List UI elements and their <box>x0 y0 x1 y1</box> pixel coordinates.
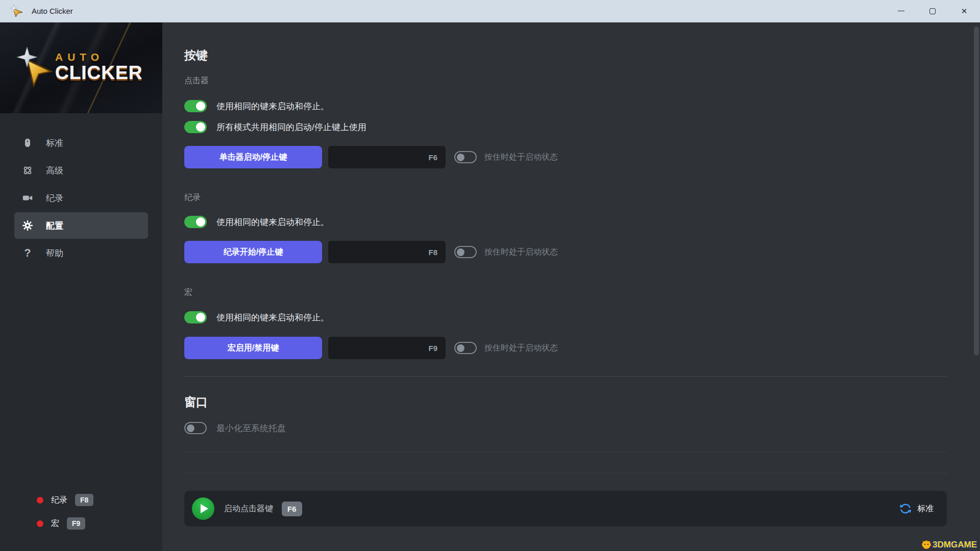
clicker-same-key-row: 使用相同的键来启动和停止。 <box>184 100 980 112</box>
mode-label: 标准 <box>917 504 934 514</box>
bottom-action-bar: 启动点击器键 F6 标准 <box>184 491 947 527</box>
hold-state-label: 按住时处于启动状态 <box>484 152 558 163</box>
clicker-shared-key-toggle[interactable] <box>184 121 207 133</box>
clicker-shared-key-row: 所有模式共用相同的启动/停止键上使用 <box>184 121 980 133</box>
macro-dot-icon <box>37 520 43 527</box>
record-same-key-row: 使用相同的键来启动和停止。 <box>184 216 980 228</box>
refresh-icon <box>899 502 912 515</box>
macro-enable-key-button[interactable]: 宏启用/禁用键 <box>184 337 322 359</box>
logo-cursor-icon <box>14 45 54 89</box>
sidebar-item-label: 配置 <box>46 220 63 232</box>
maximize-icon <box>929 8 936 14</box>
start-key-badge: F6 <box>282 502 302 516</box>
sidebar: AUTO CLICKER 标准 高级 纪录 <box>0 22 162 551</box>
macro-same-key-toggle[interactable] <box>184 311 207 323</box>
mouse-icon <box>21 137 34 149</box>
logo-banner: AUTO CLICKER <box>0 22 162 113</box>
logo-line-clicker: CLICKER <box>55 63 142 83</box>
record-hotkey-badge: F8 <box>75 494 93 506</box>
clicker-hold-toggle[interactable] <box>454 151 477 163</box>
clicker-startstop-key-button[interactable]: 单击器启动/停止键 <box>184 146 322 168</box>
close-button[interactable]: ✕ <box>948 0 980 22</box>
clicker-hotkey-row: 单击器启动/停止键 F6 按住时处于启动状态 <box>184 146 980 168</box>
record-hotkey-row: 纪录开始/停止键 F8 按住时处于启动状态 <box>184 241 980 263</box>
window-section-title: 窗口 <box>184 395 980 409</box>
video-camera-icon <box>21 192 34 204</box>
macro-same-key-row: 使用相同的键来启动和停止。 <box>184 311 980 323</box>
hold-state-label: 按住时处于启动状态 <box>484 343 558 354</box>
app-cursor-icon <box>10 5 23 18</box>
hold-state-label: 按住时处于启动状态 <box>484 247 558 258</box>
sidebar-nav: 标准 高级 纪录 <box>0 130 162 266</box>
page-title: 按键 <box>184 48 980 62</box>
sidebar-item-label: 标准 <box>46 137 63 149</box>
logo-text: AUTO CLICKER <box>55 51 142 83</box>
macro-hotkey-badge: F9 <box>67 517 85 530</box>
toggle-label: 最小化至系统托盘 <box>216 422 286 434</box>
toggle-label: 所有模式共用相同的启动/停止键上使用 <box>216 121 366 133</box>
macro-hold-toggle[interactable] <box>454 342 477 354</box>
window-title: Auto Clicker <box>32 7 73 15</box>
start-clicker-button[interactable] <box>192 497 214 520</box>
minimize-button[interactable] <box>885 0 917 22</box>
toggle-label: 使用相同的键来启动和停止。 <box>216 312 329 323</box>
record-dot-icon <box>37 497 43 504</box>
gear-icon <box>21 219 34 232</box>
minimize-icon <box>898 11 904 12</box>
record-hotkey-status: 纪录 F8 <box>37 494 93 506</box>
sidebar-item-config[interactable]: 配置 <box>14 212 148 239</box>
play-icon <box>201 504 208 513</box>
toggle-label: 使用相同的键来启动和停止。 <box>216 216 329 228</box>
atom-icon <box>21 164 34 177</box>
minimize-to-tray-row: 最小化至系统托盘 <box>184 422 980 434</box>
record-hotkey-label: 纪录 <box>51 495 67 506</box>
titlebar: Auto Clicker ✕ <box>0 0 980 22</box>
sidebar-item-standard[interactable]: 标准 <box>14 130 148 156</box>
record-startstop-key-button[interactable]: 纪录开始/停止键 <box>184 241 322 263</box>
sidebar-item-label: 帮助 <box>46 247 63 259</box>
macro-hotkey-label: 宏 <box>51 518 59 529</box>
sidebar-item-label: 高级 <box>46 165 63 177</box>
app-logo: AUTO CLICKER <box>14 45 142 89</box>
section-clicker-title: 点击器 <box>184 76 980 86</box>
minimize-to-tray-toggle[interactable] <box>184 422 207 434</box>
window-controls: ✕ <box>885 0 980 22</box>
sidebar-item-help[interactable]: ? 帮助 <box>14 240 148 266</box>
watermark: 3DMGAME <box>921 540 977 550</box>
footer-divider-1 <box>184 452 947 452</box>
clicker-same-key-toggle[interactable] <box>184 100 207 112</box>
section-macro-title: 宏 <box>184 287 980 297</box>
sidebar-item-label: 纪录 <box>46 192 63 204</box>
macro-hotkey-row: 宏启用/禁用键 F9 按住时处于启动状态 <box>184 337 980 359</box>
sidebar-item-advanced[interactable]: 高级 <box>14 157 148 184</box>
watermark-text: 3DMGAME <box>933 540 977 550</box>
toggle-label: 使用相同的键来启动和停止。 <box>216 101 329 112</box>
clicker-key-input[interactable]: F6 <box>328 146 446 168</box>
record-hold-toggle[interactable] <box>454 246 477 258</box>
vertical-scrollbar-thumb[interactable] <box>974 27 979 356</box>
watermark-icon <box>921 540 932 550</box>
section-record-title: 纪录 <box>184 192 980 203</box>
mode-switcher[interactable]: 标准 <box>899 502 934 515</box>
sidebar-item-record[interactable]: 纪录 <box>14 185 148 211</box>
main-content: 按键 点击器 使用相同的键来启动和停止。 所有模式共用相同的启动/停止键上使用 … <box>162 22 980 551</box>
macro-key-input[interactable]: F9 <box>328 337 446 359</box>
footer-divider-2 <box>184 473 947 473</box>
section-divider <box>184 376 947 377</box>
maximize-button[interactable] <box>917 0 948 22</box>
logo-line-auto: AUTO <box>55 51 142 63</box>
start-key-label: 启动点击器键 <box>224 504 273 514</box>
close-icon: ✕ <box>961 7 968 16</box>
macro-hotkey-status: 宏 F9 <box>37 517 85 530</box>
record-key-input[interactable]: F8 <box>328 241 446 263</box>
record-same-key-toggle[interactable] <box>184 216 207 228</box>
question-icon: ? <box>21 247 34 259</box>
